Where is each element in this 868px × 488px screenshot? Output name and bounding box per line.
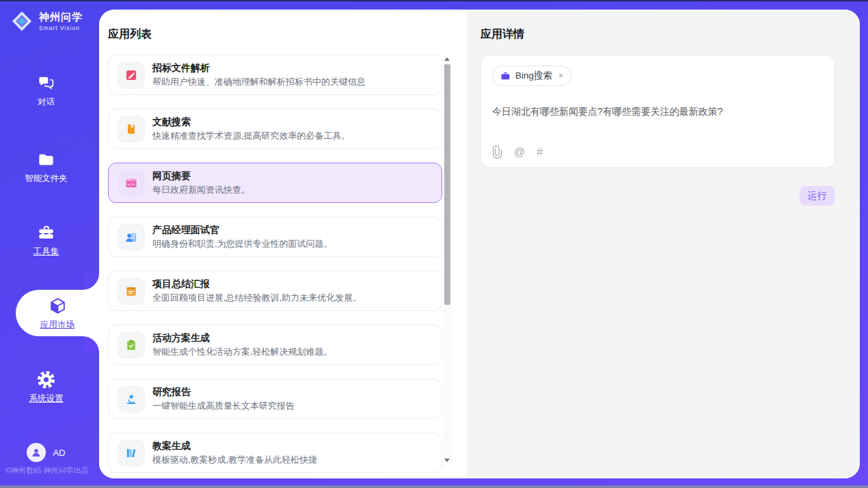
app-card-literature-search[interactable]: 文献搜索 快速精准查找学术资源,提高研究效率的必备工具。 [108, 109, 442, 149]
app-list: 招标文件解析 帮助用户快速、准确地理解和解析招标书中的关键信息 文献搜索 快速精… [108, 55, 442, 478]
sidebar-item-label: 智能文件夹 [0, 173, 92, 185]
prompt-composer[interactable]: Bing搜索 × 今日湖北有哪些新闻要点?有哪些需要关注的最新政策? @ # [480, 55, 835, 168]
app-card-title: 研究报告 [152, 385, 295, 398]
brand: 神州问学 Smart Vision [10, 9, 83, 33]
app-list-title: 应用列表 [108, 27, 152, 42]
sidebar-item-label: 工具集 [0, 246, 92, 258]
close-icon[interactable]: × [558, 71, 563, 81]
scroll-up-icon[interactable] [444, 57, 450, 61]
scrollbar-thumb[interactable] [444, 64, 450, 305]
app-detail-title: 应用详情 [480, 27, 524, 42]
microscope-icon [118, 385, 145, 413]
brand-subtitle: Smart Vision [39, 25, 83, 31]
run-button[interactable]: 运行 [800, 186, 835, 206]
app-card-bid-parse[interactable]: 招标文件解析 帮助用户快速、准确地理解和解析招标书中的关键信息 [108, 55, 442, 95]
mention-icon[interactable]: @ [514, 146, 525, 159]
sidebar-item-chat[interactable]: 对话 [0, 74, 92, 108]
avatar [27, 443, 46, 462]
sidebar-item-label: 应用市场 [16, 319, 99, 331]
app-card-description: 模板驱动,教案秒成,教学准备从此轻松快捷 [152, 454, 317, 466]
sidebar-item-label: 对话 [0, 96, 92, 108]
app-card-title: 项目总结汇报 [152, 277, 362, 290]
app-list-scrollbar[interactable] [444, 55, 451, 465]
app-card-project-summary[interactable]: 项目总结汇报 全面回顾项目进展,总结经验教训,助力未来优化发展。 [108, 271, 442, 311]
app-card-research-report[interactable]: 研究报告 一键智能生成高质量长文本研究报告 [108, 379, 442, 419]
app-card-activity-plan[interactable]: 活动方案生成 智能生成个性化活动方案,轻松解决规划难题。 [108, 325, 442, 365]
app-list-panel: 应用列表 招标文件解析 帮助用户快速、准确地理解和解析招标书中的关键信息 [99, 10, 467, 478]
composer-toolbar: @ # [492, 146, 543, 159]
chat-icon [37, 74, 55, 92]
books-icon [118, 439, 145, 467]
sidebar-item-settings[interactable]: 系统设置 [0, 370, 92, 405]
app-card-pm-interviewer[interactable]: 产品经理面试官 明确身份和职责,为您提供专业性的面试问题。 [108, 217, 442, 257]
bid-document-icon [118, 62, 145, 89]
app-card-description: 每日政府新闻资讯快查。 [152, 184, 250, 196]
clipboard-check-icon [118, 331, 145, 359]
sidebar-item-smart-folder[interactable]: 智能文件夹 [0, 150, 92, 185]
app-detail-panel: 应用详情 Bing搜索 × 今日湖北有哪些新闻要点?有哪些需要关注的最新政策? … [467, 10, 860, 478]
svg-text:</>: </> [128, 182, 135, 186]
app-card-title: 活动方案生成 [152, 331, 333, 344]
prompt-text[interactable]: 今日湖北有哪些新闻要点?有哪些需要关注的最新政策? [492, 105, 824, 118]
attach-icon[interactable] [492, 146, 502, 159]
app-card-title: 文献搜索 [152, 116, 351, 128]
sidebar-item-app-market[interactable]: 应用市场 [16, 290, 99, 336]
report-note-icon [118, 277, 145, 305]
active-tab-notch-top [83, 273, 99, 290]
brand-name: 神州问学 [39, 11, 83, 24]
diamond-logo-icon [10, 9, 34, 33]
copyright-text: ©神州数码·神州问学出品 [5, 465, 89, 476]
tool-tag-bing-search[interactable]: Bing搜索 × [492, 66, 571, 86]
scroll-down-icon[interactable] [444, 459, 450, 462]
book-icon [118, 116, 145, 143]
app-card-description: 明确身份和职责,为您提供专业性的面试问题。 [152, 238, 333, 250]
gear-icon [37, 370, 55, 389]
app-card-description: 帮助用户快速、准确地理解和解析招标书中的关键信息 [152, 76, 366, 88]
topic-icon[interactable]: # [537, 146, 543, 159]
cube-icon [49, 297, 67, 315]
app-card-title: 招标文件解析 [152, 62, 366, 74]
app-card-webpage-summary[interactable]: </> 网页摘要 每日政府新闻资讯快查。 [108, 163, 442, 203]
user-account[interactable]: AD [0, 443, 92, 462]
app-card-description: 智能生成个性化活动方案,轻松解决规划难题。 [152, 346, 333, 358]
app-card-title: 教案生成 [152, 439, 317, 452]
briefcase-icon [500, 71, 511, 81]
app-card-title: 网页摘要 [152, 170, 250, 182]
sidebar-item-label: 系统设置 [0, 393, 92, 405]
main-window: 应用列表 招标文件解析 帮助用户快速、准确地理解和解析招标书中的关键信息 [99, 10, 860, 478]
tool-tag-label: Bing搜索 [515, 70, 552, 82]
app-card-lesson-plan[interactable]: 教案生成 模板驱动,教案秒成,教学准备从此轻松快捷 [108, 433, 442, 473]
webpage-icon: </> [118, 170, 145, 197]
app-card-description: 全面回顾项目进展,总结经验教训,助力未来优化发展。 [152, 292, 362, 304]
active-tab-notch-bottom [83, 336, 99, 353]
user-name: AD [53, 448, 65, 458]
toolbox-icon [37, 223, 55, 242]
sidebar: 神州问学 Smart Vision 对话 智能文件夹 工具集 [0, 0, 99, 488]
window-bottom-edge [0, 485, 868, 488]
folder-icon [37, 150, 55, 169]
window-top-edge [0, 0, 868, 1]
app-card-description: 一键智能生成高质量长文本研究报告 [152, 400, 295, 412]
interviewer-icon [118, 223, 145, 251]
app-card-description: 快速精准查找学术资源,提高研究效率的必备工具。 [152, 130, 351, 142]
sidebar-item-toolbox[interactable]: 工具集 [0, 223, 92, 258]
person-icon [30, 446, 42, 459]
app-card-title: 产品经理面试官 [152, 223, 333, 236]
